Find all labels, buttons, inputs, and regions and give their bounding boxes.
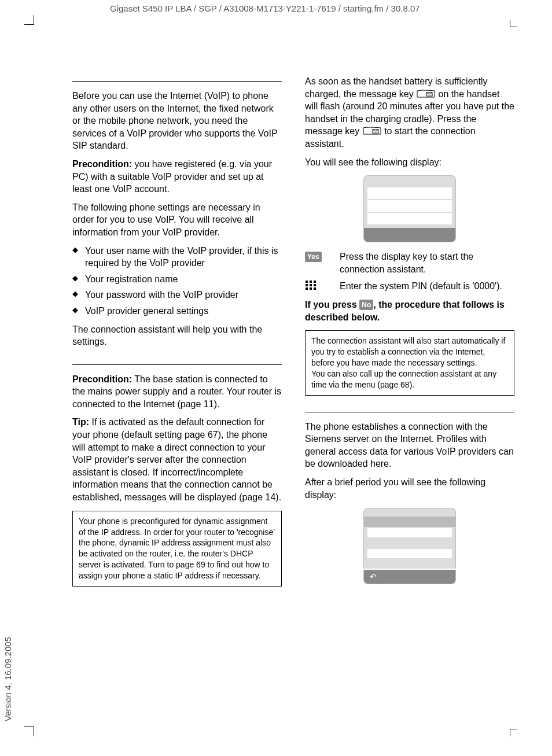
definition-row: Enter the system PIN (default is '0000')… bbox=[305, 280, 514, 294]
section-rule bbox=[305, 412, 514, 412]
list-item: Your user name with the VoIP provider, i… bbox=[72, 245, 282, 270]
paragraph: Before you can use the Internet (VoIP) t… bbox=[72, 90, 282, 152]
svg-rect-8 bbox=[306, 287, 308, 290]
svg-rect-5 bbox=[306, 284, 308, 286]
crop-mark bbox=[510, 20, 517, 27]
list-item: Your registration name bbox=[72, 273, 282, 286]
message-key-icon bbox=[416, 90, 436, 98]
svg-rect-7 bbox=[314, 284, 316, 286]
precondition-label: Precondition: bbox=[72, 374, 132, 384]
svg-rect-6 bbox=[310, 284, 312, 286]
list-item: VoIP provider general settings bbox=[72, 305, 282, 318]
crop-mark bbox=[510, 729, 517, 736]
bullet-list: Your user name with the VoIP provider, i… bbox=[72, 245, 282, 318]
note-box: The connection assistant will also start… bbox=[305, 330, 514, 395]
svg-rect-3 bbox=[310, 281, 312, 283]
paragraph: The connection assistant will help you w… bbox=[72, 323, 282, 348]
definition-text: Enter the system PIN (default is '0000')… bbox=[340, 280, 514, 293]
version-label: Version 4, 16.09.2005 bbox=[3, 637, 13, 721]
tip-text: If is activated as the default connectio… bbox=[72, 417, 281, 502]
note-text: You can also call up the connection assi… bbox=[311, 369, 496, 389]
keypad-icon bbox=[305, 282, 317, 292]
paragraph: If you press No, the procedure that foll… bbox=[305, 298, 514, 323]
note-text: The connection assistant will also start… bbox=[311, 336, 505, 367]
paragraph: You will see the following display: bbox=[305, 156, 514, 169]
svg-rect-9 bbox=[310, 287, 312, 290]
phone-screen-illustration bbox=[363, 175, 456, 242]
definition-text: Press the display key to start the conne… bbox=[340, 250, 514, 275]
paragraph: The phone establishes a connection with … bbox=[305, 421, 514, 470]
list-item: Your password with the VoIP provider bbox=[72, 289, 282, 301]
definition-row: Yes Press the display key to start the c… bbox=[305, 250, 514, 275]
note-box: Your phone is preconfigured for dynamic … bbox=[72, 511, 282, 587]
paragraph: Precondition: The base station is connec… bbox=[72, 373, 282, 411]
paragraph: Tip: If is activated as the default conn… bbox=[72, 416, 282, 503]
crop-mark bbox=[24, 727, 34, 736]
svg-rect-10 bbox=[314, 287, 316, 290]
section-rule bbox=[72, 364, 282, 365]
left-column: Before you can use the Internet (VoIP) t… bbox=[72, 75, 282, 592]
precondition-label: Precondition: bbox=[72, 159, 132, 169]
right-column: As soon as the handset battery is suffic… bbox=[305, 75, 514, 592]
message-key-icon bbox=[362, 127, 382, 135]
no-softkey-icon: No bbox=[359, 300, 373, 310]
paragraph: The following phone settings are necessa… bbox=[72, 201, 282, 239]
svg-rect-2 bbox=[306, 281, 308, 283]
paragraph: After a brief period you will see the fo… bbox=[305, 476, 514, 501]
undo-icon: ↶ bbox=[370, 571, 377, 582]
paragraph: As soon as the handset battery is suffic… bbox=[305, 75, 514, 150]
phone-screen-illustration: ↶ bbox=[363, 508, 456, 584]
crop-mark bbox=[24, 15, 34, 25]
yes-softkey-icon: Yes bbox=[305, 252, 322, 262]
header-path: Gigaset S450 IP LBA / SGP / A31008-M1713… bbox=[110, 3, 420, 13]
paragraph: Precondition: you have registered (e.g. … bbox=[72, 158, 282, 196]
document-page: Gigaset S450 IP LBA / SGP / A31008-M1713… bbox=[0, 0, 552, 756]
text-fragment: If you press bbox=[305, 300, 359, 309]
content-columns: Before you can use the Internet (VoIP) t… bbox=[72, 75, 514, 592]
svg-rect-4 bbox=[314, 281, 316, 283]
section-rule bbox=[72, 81, 282, 82]
tip-label: Tip: bbox=[72, 417, 89, 427]
